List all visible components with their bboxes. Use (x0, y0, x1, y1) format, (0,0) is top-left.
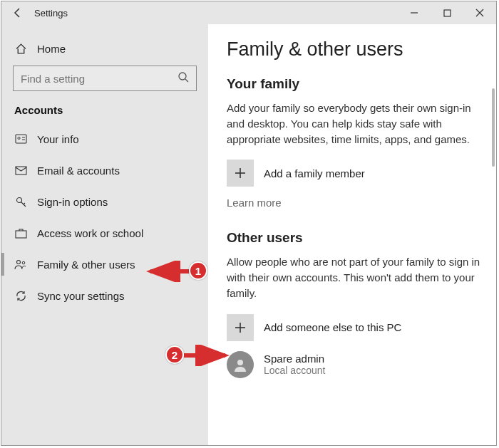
home-label: Home (37, 43, 66, 55)
plus-icon (227, 314, 254, 341)
search-box[interactable] (13, 66, 197, 91)
add-family-member-button[interactable]: Add a family member (227, 160, 486, 187)
your-family-description: Add your family so everybody gets their … (227, 100, 483, 147)
id-card-icon (14, 134, 27, 144)
title-bar: Settings (1, 1, 496, 24)
add-family-member-label: Add a family member (264, 167, 365, 179)
sidebar-item-work-school[interactable]: Access work or school (1, 217, 208, 249)
sidebar-item-label: Your info (37, 133, 79, 145)
other-users-heading: Other users (227, 230, 486, 246)
svg-point-5 (17, 137, 19, 139)
search-icon (178, 71, 189, 85)
svg-point-2 (179, 73, 186, 80)
key-icon (14, 196, 27, 208)
close-button[interactable] (463, 1, 496, 24)
sidebar-item-label: Sign-in options (37, 196, 108, 208)
sidebar-item-signin-options[interactable]: Sign-in options (1, 186, 208, 217)
user-account-type: Local account (264, 365, 325, 376)
svg-point-9 (16, 197, 21, 202)
sidebar-item-email-accounts[interactable]: Email & accounts (1, 155, 208, 186)
svg-point-11 (17, 261, 21, 264)
other-user-entry[interactable]: Spare admin Local account (227, 351, 486, 378)
your-family-heading: Your family (227, 76, 486, 92)
scrollbar-thumb[interactable] (492, 88, 495, 167)
sidebar-item-label: Family & other users (37, 259, 135, 271)
svg-rect-1 (444, 10, 451, 16)
sidebar-item-sync-settings[interactable]: Sync your settings (1, 280, 208, 311)
plus-icon (227, 160, 254, 187)
add-other-user-label: Add someone else to this PC (264, 321, 401, 333)
svg-line-3 (185, 79, 188, 82)
main-panel: Family & other users Your family Add you… (208, 24, 496, 445)
other-users-description: Allow people who are not part of your fa… (227, 254, 483, 301)
learn-more-link[interactable]: Learn more (227, 197, 282, 209)
window-title: Settings (34, 8, 68, 19)
svg-rect-10 (16, 231, 26, 238)
minimize-button[interactable] (398, 1, 431, 24)
add-other-user-button[interactable]: Add someone else to this PC (227, 314, 486, 341)
sidebar-item-label: Email & accounts (37, 165, 120, 177)
sidebar-item-label: Sync your settings (37, 290, 125, 302)
home-nav[interactable]: Home (1, 34, 208, 63)
back-button[interactable] (1, 1, 34, 24)
search-input[interactable] (21, 73, 163, 85)
svg-point-12 (22, 261, 25, 264)
sidebar: Home Accounts Your info (1, 24, 208, 445)
sidebar-category: Accounts (1, 98, 208, 123)
sidebar-item-your-info[interactable]: Your info (1, 123, 208, 155)
mail-icon (14, 166, 27, 175)
home-icon (14, 43, 27, 55)
page-title: Family & other users (227, 38, 486, 61)
user-name: Spare admin (264, 353, 325, 365)
sidebar-item-family-other-users[interactable]: Family & other users (1, 249, 208, 280)
sidebar-item-label: Access work or school (37, 227, 143, 239)
settings-window: Settings Home (1, 1, 497, 446)
maximize-button[interactable] (431, 1, 463, 24)
svg-point-17 (237, 360, 243, 365)
svg-rect-4 (16, 135, 26, 143)
sync-icon (14, 290, 27, 302)
people-icon (14, 259, 27, 270)
avatar-icon (227, 351, 254, 378)
briefcase-icon (14, 228, 27, 239)
